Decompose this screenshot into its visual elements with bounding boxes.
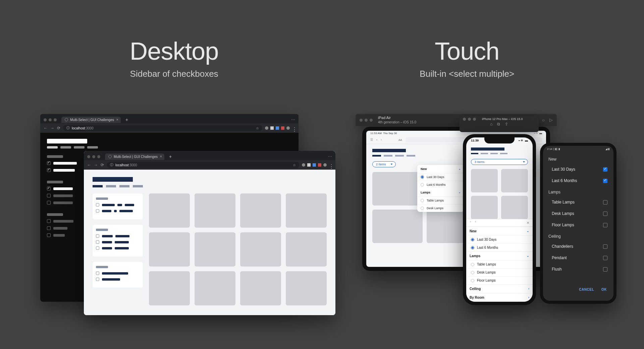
aa-label[interactable]: AA — [398, 138, 402, 141]
checkbox-icon[interactable] — [96, 278, 99, 281]
window-traffic-lights[interactable] — [87, 155, 100, 158]
result-tile[interactable] — [240, 271, 281, 305]
result-tile[interactable] — [149, 193, 190, 228]
checkbox-icon[interactable] — [603, 167, 607, 172]
window-traffic-lights[interactable] — [360, 119, 373, 122]
new-tab-button[interactable]: + — [167, 154, 174, 159]
checkbox-icon[interactable] — [96, 203, 99, 207]
select-option[interactable]: Flush — [543, 264, 613, 275]
result-tile[interactable] — [195, 232, 235, 267]
address-bar[interactable]: ⓘ localhost:3000 ☆ — [63, 125, 262, 131]
close-icon[interactable]: ✕ — [527, 221, 529, 225]
window-traffic-lights[interactable] — [44, 118, 57, 121]
radio-icon[interactable] — [421, 199, 424, 202]
close-icon[interactable]: ✕ — [160, 155, 162, 158]
checkbox-icon[interactable] — [603, 244, 607, 249]
result-tile[interactable] — [240, 232, 281, 267]
checkbox-icon[interactable] — [47, 161, 51, 165]
select-option[interactable]: Last 30 Days — [417, 173, 464, 181]
checkbox-icon[interactable] — [47, 219, 51, 223]
select-option[interactable]: Pendant — [543, 252, 613, 264]
checkbox-icon[interactable] — [96, 234, 99, 238]
select-option[interactable]: Last 30 Days — [466, 235, 533, 243]
radio-icon[interactable] — [471, 271, 474, 274]
select-option[interactable]: Last 30 Days — [543, 164, 613, 175]
prev-icon[interactable]: ˄ — [470, 221, 471, 225]
radio-icon[interactable] — [421, 207, 424, 210]
select-option[interactable]: Floor Lamps — [543, 219, 613, 231]
select-option[interactable]: Floor Lamps — [466, 276, 533, 284]
checkbox-icon[interactable] — [96, 246, 99, 250]
result-tile[interactable] — [372, 172, 423, 206]
select-option[interactable]: Last 6 Months — [466, 243, 533, 251]
checkbox-icon[interactable] — [96, 240, 99, 244]
checkbox-icon[interactable] — [96, 272, 99, 275]
checkbox-icon[interactable] — [603, 223, 607, 227]
chevron-down-icon[interactable]: ⌄ — [459, 167, 461, 171]
checkbox-icon[interactable] — [47, 233, 51, 237]
chevron-down-icon[interactable]: ⌄ — [527, 254, 529, 258]
new-tab-button[interactable]: + — [123, 117, 130, 122]
reload-icon[interactable]: ⟳ — [101, 163, 104, 167]
result-tile[interactable] — [195, 271, 235, 305]
result-tile[interactable] — [149, 271, 190, 305]
sidebar-item[interactable] — [96, 240, 140, 244]
select-option[interactable]: Table Lamps — [543, 196, 613, 208]
result-tile[interactable] — [195, 193, 235, 228]
sidebar-item[interactable] — [96, 272, 140, 275]
window-menu-icon[interactable]: ⋯ — [291, 117, 295, 122]
chevron-down-icon[interactable]: ⌄ — [527, 229, 529, 233]
checkbox-icon[interactable] — [47, 201, 51, 205]
back-icon[interactable]: ‹ — [376, 138, 377, 141]
chevron-right-icon[interactable]: › — [528, 287, 529, 291]
radio-icon[interactable] — [471, 238, 474, 241]
ok-button[interactable]: OK — [601, 288, 607, 291]
result-tile[interactable] — [240, 193, 281, 228]
chevron-down-icon[interactable]: ⌄ — [459, 191, 461, 194]
select-option[interactable]: Table Lamps — [466, 260, 533, 268]
result-tile[interactable] — [501, 169, 528, 192]
select-option[interactable]: Chandeliers — [543, 241, 613, 252]
star-icon[interactable]: ☆ — [293, 163, 296, 167]
home-icon[interactable]: ⌂ — [490, 122, 492, 126]
forward-icon[interactable]: › — [381, 138, 382, 141]
checkbox-icon[interactable] — [47, 187, 51, 190]
checkbox-icon[interactable] — [603, 212, 607, 216]
next-icon[interactable]: ˅ — [475, 221, 476, 225]
checkbox-icon[interactable] — [96, 209, 99, 213]
back-icon[interactable]: ← — [44, 126, 48, 130]
result-tile[interactable] — [471, 169, 498, 192]
checkbox-icon[interactable] — [47, 194, 51, 197]
radio-icon[interactable] — [471, 263, 474, 266]
select-option[interactable]: Desk Lamps — [543, 208, 613, 219]
sidebar-icon[interactable]: ☰ — [370, 138, 373, 141]
result-tile[interactable] — [149, 232, 190, 267]
sidebar-item[interactable] — [96, 209, 140, 213]
cancel-button[interactable]: CANCEL — [579, 288, 594, 291]
window-traffic-lights[interactable] — [463, 118, 476, 121]
sidebar-item[interactable] — [96, 278, 140, 281]
chevron-right-icon[interactable]: › — [528, 296, 529, 299]
screenshot-icon[interactable]: ⧉ — [497, 122, 500, 126]
result-tile[interactable] — [501, 196, 528, 219]
radio-icon[interactable] — [471, 246, 474, 249]
checkbox-icon[interactable] — [603, 267, 607, 272]
filter-select-button[interactable]: 2 Items — [372, 161, 396, 167]
sidebar-item[interactable] — [96, 203, 140, 207]
browser-tab[interactable]: Multi-Select | GUI Challenges ✕ — [61, 117, 121, 123]
extension-icons[interactable]: ⋮ — [302, 163, 332, 167]
result-tile[interactable] — [471, 196, 498, 219]
checkbox-icon[interactable] — [603, 200, 607, 205]
result-tile[interactable] — [286, 193, 327, 228]
share-icon[interactable]: ⇪ — [505, 122, 508, 126]
browser-tab[interactable]: Multi-Select | GUI Challenges ✕ — [105, 154, 164, 160]
forward-icon[interactable]: → — [50, 126, 54, 130]
select-option[interactable]: Desk Lamps — [466, 268, 533, 276]
address-bar[interactable]: ⓘ localhost:3000 ☆ — [107, 162, 299, 168]
forward-icon[interactable]: → — [94, 163, 98, 167]
star-icon[interactable]: ☆ — [256, 126, 259, 130]
radio-icon[interactable] — [421, 175, 424, 179]
radio-icon[interactable] — [421, 183, 424, 186]
appearance-icon[interactable]: ☼ — [541, 117, 545, 123]
select-option[interactable]: Table Lamps — [417, 196, 464, 204]
